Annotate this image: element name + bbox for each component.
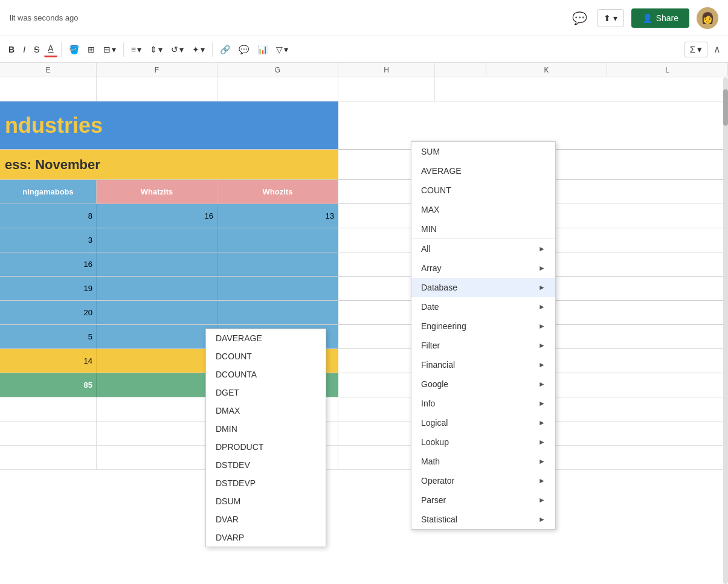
subdropdown-item-dstdevp[interactable]: DSTDEVP <box>206 474 326 492</box>
present-button[interactable]: ⬆ ▾ <box>597 9 624 27</box>
italic-button[interactable]: I <box>19 42 29 57</box>
cell[interactable]: 20 <box>0 301 97 324</box>
cell[interactable] <box>97 277 217 300</box>
cell[interactable] <box>97 325 217 348</box>
subdropdown-item-dmax[interactable]: DMAX <box>206 402 326 420</box>
header-cell-whatzits[interactable]: Whatzits <box>97 180 217 204</box>
dropdown-item-google[interactable]: Google ► <box>411 374 555 394</box>
vertical-align-icon: ⇕ <box>150 45 157 54</box>
dropdown-item-average[interactable]: AVERAGE <box>411 161 555 181</box>
highlight-color-button[interactable]: 🪣 <box>65 42 83 57</box>
subdropdown-item-dproduct[interactable]: DPRODUCT <box>206 438 326 456</box>
cell[interactable] <box>0 397 97 421</box>
header-cell-whozits[interactable]: Whozits <box>217 180 338 204</box>
cell[interactable]: 5 <box>0 325 97 348</box>
dropdown-item-parser[interactable]: Parser ► <box>411 490 555 510</box>
text-rotation-button[interactable]: ↺ ▾ <box>167 42 187 57</box>
share-button[interactable]: 👤 Share <box>631 8 689 28</box>
filter-button[interactable]: ▽ ▾ <box>272 42 292 57</box>
vertical-align-button[interactable]: ⇕ ▾ <box>146 42 166 57</box>
dropdown-item-database[interactable]: Database ► <box>411 278 555 297</box>
cell[interactable] <box>217 228 338 252</box>
horizontal-align-button[interactable]: ≡ ▾ <box>127 42 145 57</box>
column-headers: E F G H K L <box>0 63 728 77</box>
cell[interactable] <box>97 228 217 252</box>
dropdown-item-filter[interactable]: Filter ► <box>411 336 555 355</box>
insert-chart-button[interactable]: 📊 <box>254 42 271 57</box>
cell[interactable]: 14 <box>0 349 97 373</box>
insert-link-button[interactable]: 🔗 <box>216 42 234 57</box>
text-color-button[interactable]: A <box>44 41 57 57</box>
title-cell[interactable]: ndustries <box>0 101 338 149</box>
subdropdown-item-daverage[interactable]: DAVERAGE <box>206 329 326 347</box>
cell[interactable] <box>97 422 217 445</box>
cell[interactable]: 16 <box>97 204 217 228</box>
strikethrough-button[interactable]: S <box>30 42 43 57</box>
sigma-button[interactable]: Σ ▾ <box>685 42 707 57</box>
more-formats-button[interactable]: ✦ ▾ <box>188 42 208 57</box>
subdropdown-item-dget[interactable]: DGET <box>206 383 326 402</box>
subdropdown-item-dcount[interactable]: DCOUNT <box>206 347 326 365</box>
subdropdown-item-dmin[interactable]: DMIN <box>206 420 326 438</box>
dropdown-item-logical[interactable]: Logical ► <box>411 413 555 432</box>
cell[interactable] <box>217 277 338 300</box>
dropdown-item-max[interactable]: MAX <box>411 200 555 219</box>
cell-empty[interactable] <box>97 77 217 101</box>
cell[interactable]: 16 <box>0 252 97 276</box>
cell[interactable] <box>217 252 338 276</box>
cell[interactable] <box>0 422 97 445</box>
subtitle-cell[interactable]: ess: November <box>0 150 338 179</box>
dropdown-item-count[interactable]: COUNT <box>411 181 555 200</box>
dropdown-item-operator[interactable]: Operator ► <box>411 471 555 490</box>
collapse-toolbar-button[interactable]: ∧ <box>711 41 723 57</box>
cell[interactable] <box>97 446 217 469</box>
dropdown-item-math[interactable]: Math ► <box>411 452 555 471</box>
subdropdown-item-dcounta[interactable]: DCOUNTA <box>206 365 326 383</box>
dropdown-item-engineering[interactable]: Engineering ► <box>411 316 555 336</box>
cell[interactable]: 8 <box>0 204 97 228</box>
dropdown-item-date[interactable]: Date ► <box>411 297 555 316</box>
subdropdown-item-dvar[interactable]: DVAR <box>206 510 326 528</box>
cell-empty[interactable] <box>435 77 728 101</box>
dropdown-label-date: Date <box>421 302 439 312</box>
database-subdropdown: DAVERAGE DCOUNT DCOUNTA DGET DMAX DMIN D… <box>205 329 326 547</box>
subtitle-row: ess: November <box>0 150 728 180</box>
insert-comment-button[interactable]: 💬 <box>235 42 253 57</box>
subdropdown-item-dvarp[interactable]: DVARP <box>206 528 326 547</box>
dropdown-item-lookup[interactable]: Lookup ► <box>411 432 555 452</box>
cell[interactable] <box>217 301 338 324</box>
scrollbar-thumb[interactable] <box>723 89 728 126</box>
bold-button[interactable]: B <box>5 42 18 57</box>
dropdown-item-min[interactable]: MIN <box>411 219 555 239</box>
cell[interactable]: 3 <box>0 228 97 252</box>
cell[interactable] <box>97 252 217 276</box>
subdropdown-item-dsum[interactable]: DSUM <box>206 492 326 510</box>
comment-button[interactable]: 💬 <box>570 8 590 28</box>
cell[interactable] <box>97 301 217 324</box>
dropdown-item-statistical[interactable]: Statistical ► <box>411 510 555 529</box>
subdropdown-item-dstdev[interactable]: DSTDEV <box>206 456 326 474</box>
header-cell-ningamabobs[interactable]: ningamabobs <box>0 180 97 204</box>
vertical-scrollbar[interactable] <box>723 77 728 584</box>
cell[interactable] <box>0 446 97 469</box>
arrow-icon-array: ► <box>538 264 546 272</box>
dropdown-label-array: Array <box>421 263 441 273</box>
cell[interactable] <box>97 373 217 397</box>
dropdown-item-financial[interactable]: Financial ► <box>411 355 555 374</box>
cell[interactable]: 19 <box>0 277 97 300</box>
cell[interactable] <box>97 349 217 373</box>
header-label-3: Whozits <box>263 187 293 196</box>
borders-button[interactable]: ⊞ <box>84 42 98 57</box>
cell[interactable]: 85 <box>0 373 97 397</box>
cell-empty[interactable] <box>338 77 435 101</box>
cell[interactable] <box>97 397 217 421</box>
dropdown-item-array[interactable]: Array ► <box>411 258 555 278</box>
cell-empty[interactable] <box>217 77 338 101</box>
cell-empty[interactable] <box>0 77 97 101</box>
avatar[interactable]: 👩 <box>697 7 718 29</box>
dropdown-item-all[interactable]: All ► <box>411 239 555 258</box>
merge-cells-button[interactable]: ⊟ ▾ <box>100 42 120 57</box>
dropdown-item-info[interactable]: Info ► <box>411 394 555 413</box>
cell[interactable]: 13 <box>217 204 338 228</box>
dropdown-item-sum[interactable]: SUM <box>411 142 555 161</box>
